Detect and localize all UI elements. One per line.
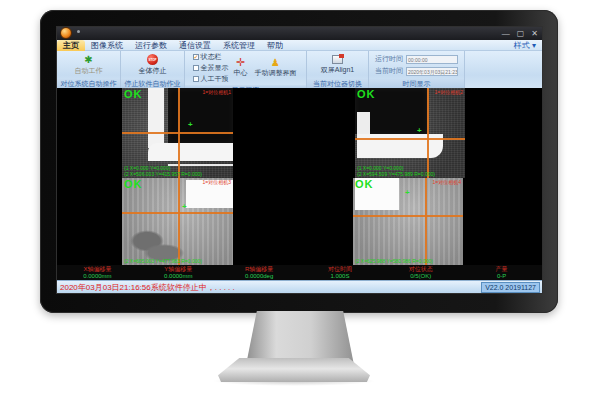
group-display-view: ✓ 状态栏 全景显示 人工干预 ✛ <box>185 51 307 88</box>
group-stop-job: STOP 全体停止 停止软件自动作业 <box>121 51 185 88</box>
group-align-switch: 双屏Align1 当前对位器切换 <box>307 51 369 88</box>
stop-sign-icon: STOP <box>147 54 158 65</box>
metric-align-status: 对位状态0/5(OK) <box>380 266 461 280</box>
chevron-down-icon: ▾ <box>532 41 536 50</box>
group-label-stop-job: 停止软件自动作业 <box>121 79 184 88</box>
monitor-stand-neck <box>246 311 354 365</box>
status-ok-label: OK <box>355 178 374 190</box>
crosshair-vertical <box>178 178 180 265</box>
tab-image-system[interactable]: 图像系统 <box>85 40 129 51</box>
coord-line-2: (2 X=506.003 Y=415.957 R=0.000) <box>124 171 202 177</box>
style-menu[interactable]: 样式 ▾ <box>514 40 542 51</box>
metric-x-offset: X轴偏移量0.0000mm <box>57 266 138 280</box>
version-badge: V22.0 20191127 <box>481 282 540 293</box>
group-auto-operation: ✱ 自动工作 对位系统自动操作 <box>57 51 121 88</box>
monitor-screen-wrap: — ▢ ✕ 主页 图像系统 运行参数 通信设置 系统管理 帮助 样式 ▾ ✱ <box>40 10 558 313</box>
checkbox-check-icon: ✓ <box>193 54 199 60</box>
ribbon: ✱ 自动工作 对位系统自动操作 STOP 全体停止 停止软件自动作业 <box>57 51 542 88</box>
checkbox-empty-icon <box>193 76 199 82</box>
metric-yield: 产量0-P <box>461 266 542 280</box>
center-label: 中心 <box>234 68 248 78</box>
dual-align-button[interactable]: 双屏Align1 <box>319 55 356 75</box>
group-time-display: 运行时间 00:00:00 当前时间 2020年03月03日21:23:42 时… <box>369 51 465 88</box>
camera-view-2[interactable]: + OK 1=对位相机2 (1 X=0.000 Y=0.000) (2 X=59… <box>355 88 465 178</box>
close-button[interactable]: ✕ <box>531 30 538 38</box>
camera-view-3[interactable]: + OK 1=对位相机3 (2 X=605.003 Y=477.983 R=0.… <box>122 178 233 265</box>
camera-view-4[interactable]: + OK 1=对位相机4 (2 X=625.988 Y=580.986 R=0.… <box>353 178 463 265</box>
status-ok-label: OK <box>124 178 143 190</box>
title-bar: — ▢ ✕ <box>57 27 542 40</box>
status-ok-label: OK <box>357 88 376 100</box>
checkbox-status-bar[interactable]: ✓ 状态栏 <box>193 52 229 62</box>
metrics-bar: X轴偏移量0.0000mm Y轴偏移量0.0000mm R轴偏移量0.0000d… <box>57 265 542 280</box>
tab-run-params[interactable]: 运行参数 <box>129 40 173 51</box>
crosshair-horizontal <box>122 132 233 134</box>
tab-system-mgmt[interactable]: 系统管理 <box>217 40 261 51</box>
checkbox-panorama[interactable]: 全景显示 <box>193 63 229 73</box>
camera-name-label: 1=对位相机2 <box>435 89 463 95</box>
coord-line-2: (2 X=625.988 Y=580.986 R=0.000) <box>355 258 433 264</box>
tab-help[interactable]: 帮助 <box>261 40 289 51</box>
checkbox-status-bar-label: 状态栏 <box>201 52 222 62</box>
style-menu-label: 样式 <box>514 41 530 50</box>
crosshair-icon: ✛ <box>236 58 245 67</box>
dual-screen-icon <box>332 55 343 64</box>
status-bar: 2020年03月03日21:16:56系统软件停止中，. . . . . V22… <box>57 280 542 293</box>
mark-cross-icon: + <box>417 128 422 134</box>
ribbon-spacer <box>465 51 542 88</box>
checkbox-manual-intervene[interactable]: 人工干预 <box>193 74 229 84</box>
manual-adjust-button[interactable]: ♟ 手动调整界面 <box>253 58 299 78</box>
quick-access-icon[interactable] <box>77 30 80 33</box>
camera-view-area: + OK 1=对位相机1 (1 X=0.000 Y=0.000) (2 X=50… <box>57 88 542 265</box>
tab-comm-settings[interactable]: 通信设置 <box>173 40 217 51</box>
glass-corner <box>148 143 233 161</box>
metric-align-time: 对位时间1.000S <box>299 266 380 280</box>
running-man-icon: ✱ <box>84 55 92 65</box>
glass-edge <box>148 88 164 148</box>
minimize-button[interactable]: — <box>502 30 510 38</box>
status-ok-label: OK <box>124 88 143 100</box>
coord-line-2: (2 X=594.509 Y=475.989 R=0.000) <box>357 171 435 177</box>
metric-y-offset: Y轴偏移量0.0000mm <box>138 266 219 280</box>
manual-adjust-label: 手动调整界面 <box>255 68 297 78</box>
mark-cross-icon: + <box>188 122 193 128</box>
tab-home[interactable]: 主页 <box>57 40 85 51</box>
coord-line-2: (2 X=605.003 Y=477.983 R=0.000) <box>124 258 202 264</box>
mark-cross-icon: + <box>405 190 410 196</box>
monitor-stand-base <box>218 358 370 382</box>
camera-name-label: 1=对位相机3 <box>203 179 231 185</box>
group-label-time-display: 时间显示 <box>369 79 464 88</box>
app-orb-icon[interactable] <box>60 27 72 39</box>
metric-r-offset: R轴偏移量0.0000deg <box>219 266 300 280</box>
group-label-auto-operation: 对位系统自动操作 <box>57 79 120 88</box>
all-stop-button[interactable]: STOP 全体停止 <box>137 54 169 76</box>
auto-work-label: 自动工作 <box>75 66 103 76</box>
app-window: — ▢ ✕ 主页 图像系统 运行参数 通信设置 系统管理 帮助 样式 ▾ ✱ <box>57 27 542 293</box>
dual-align-label: 双屏Align1 <box>321 65 354 75</box>
crosshair-horizontal <box>353 215 463 217</box>
person-icon: ♟ <box>271 58 280 67</box>
run-time-field[interactable]: 00:00:00 <box>406 55 458 64</box>
auto-work-button[interactable]: ✱ 自动工作 <box>73 55 105 76</box>
current-time-field[interactable]: 2020年03月03日21:23:42 <box>406 67 458 76</box>
camera-view-1[interactable]: + OK 1=对位相机1 (1 X=0.000 Y=0.000) (2 X=50… <box>122 88 233 178</box>
mark-cross-icon: + <box>182 204 187 210</box>
checkbox-manual-intervene-label: 人工干预 <box>201 74 229 84</box>
crosshair-vertical <box>425 178 427 265</box>
checkbox-empty-icon <box>193 65 199 71</box>
all-stop-label: 全体停止 <box>139 66 167 76</box>
group-label-align-switch: 当前对位器切换 <box>307 79 368 88</box>
status-message: 2020年03月03日21:16:56系统软件停止中，. . . . . <box>57 282 235 293</box>
camera-name-label: 1=对位相机4 <box>433 179 461 185</box>
camera-name-label: 1=对位相机1 <box>203 89 231 95</box>
ribbon-tab-row: 主页 图像系统 运行参数 通信设置 系统管理 帮助 样式 ▾ <box>57 40 542 51</box>
run-time-label: 运行时间 <box>375 54 403 64</box>
current-time-label: 当前时间 <box>375 66 403 76</box>
checkbox-panorama-label: 全景显示 <box>201 63 229 73</box>
crosshair-horizontal <box>122 212 233 214</box>
maximize-button[interactable]: ▢ <box>517 30 525 38</box>
center-button[interactable]: ✛ 中心 <box>232 58 250 78</box>
crosshair-horizontal <box>355 138 465 140</box>
